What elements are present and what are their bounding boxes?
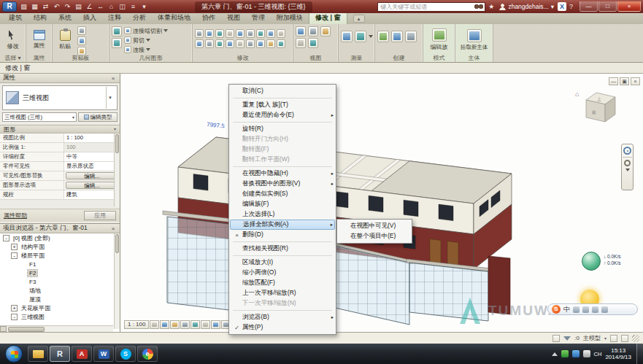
worksharing-icon[interactable]: [552, 335, 560, 342]
context-menu-item[interactable]: 创建类似实例(S): [230, 189, 335, 199]
tab-modify-window[interactable]: 修改 | 窗: [309, 12, 347, 24]
copy-icon[interactable]: [77, 36, 86, 45]
sogou-logo-icon[interactable]: S: [552, 305, 561, 314]
close-button[interactable]: ×: [617, 1, 641, 12]
default-3d-view-icon[interactable]: ⌂: [107, 2, 116, 12]
navbar-caret-icon[interactable]: [625, 169, 630, 171]
scale-icon[interactable]: [236, 39, 245, 48]
rendering-dialog-icon[interactable]: [190, 320, 200, 329]
drawing-area[interactable]: 7997.5 上 前 ⌂ — ▣ × 1 : 100: [120, 74, 643, 332]
view-cube[interactable]: 上 前 ⌂: [575, 90, 615, 122]
panel-label-measure[interactable]: 测量: [339, 54, 374, 62]
tab-addins[interactable]: 附加模块: [271, 12, 309, 24]
browser-vscrollbar[interactable]: [114, 233, 120, 329]
apply-button[interactable]: 应用: [84, 211, 116, 220]
open-icon[interactable]: ▨: [19, 2, 28, 12]
type-selector-caret-icon[interactable]: ▾: [106, 87, 114, 109]
taskbar-explorer-icon[interactable]: [28, 346, 48, 362]
context-menu-item[interactable]: 在视图中隐藏(H) ▸: [230, 169, 335, 179]
pick-new-host-button[interactable]: 拾取新主体: [458, 26, 490, 53]
copy-move-icon[interactable]: [266, 29, 275, 38]
view-close-icon[interactable]: ×: [631, 77, 640, 85]
join-end-cut-button[interactable]: 连接端切割: [124, 26, 168, 35]
sync-icon[interactable]: ⇄: [41, 2, 50, 12]
tab-massing-site[interactable]: 体量和场地: [152, 12, 196, 24]
extend-icon[interactable]: [215, 39, 224, 48]
taskbar-word-icon[interactable]: W: [93, 346, 114, 362]
property-value[interactable]: 中等: [64, 152, 120, 161]
wall-join-icon[interactable]: [112, 26, 122, 36]
view-minimize-icon[interactable]: —: [609, 77, 618, 85]
panel-label-select[interactable]: 选择 ▾: [0, 54, 26, 62]
demolish-icon[interactable]: [296, 38, 306, 48]
detail-level-icon[interactable]: [150, 320, 159, 329]
pin-icon[interactable]: [246, 39, 255, 48]
panel-label-host[interactable]: 主体: [455, 54, 493, 62]
tree-expander-icon[interactable]: +: [11, 305, 18, 311]
hidden-icons-arrow[interactable]: [552, 352, 558, 356]
create-assembly-icon[interactable]: [405, 31, 417, 42]
context-menu-item[interactable]: 翻转工作平面(W): [230, 155, 335, 165]
modify-tool-button[interactable]: 修改: [2, 26, 23, 53]
viewcube-home-icon[interactable]: ⌂: [575, 90, 579, 98]
tree-item[interactable]: F2: [0, 268, 113, 277]
tree-item[interactable]: F1: [0, 260, 113, 268]
qat-customize-icon[interactable]: ▾: [139, 2, 149, 12]
context-menu-item[interactable]: 选择全部实例(A) ▸: [230, 220, 335, 230]
property-value[interactable]: 100: [64, 143, 120, 152]
context-menu-item[interactable]: 最近使用的命令(E) ▸: [230, 110, 335, 120]
save-icon[interactable]: ▦: [30, 2, 39, 12]
tree-expander-icon[interactable]: -: [11, 314, 18, 320]
context-menu-item[interactable]: 重复 [载入 族](T): [230, 100, 335, 110]
create-group-icon[interactable]: [377, 31, 389, 42]
redo-icon[interactable]: ↷: [63, 2, 72, 12]
zoom-tool-icon[interactable]: [624, 160, 631, 166]
mirror-axis-icon[interactable]: [226, 29, 234, 38]
view-scale-button[interactable]: 1 : 100: [124, 320, 149, 329]
tree-item[interactable]: - 三维视图: [0, 312, 113, 321]
edit-family-button[interactable]: 编辑族: [426, 26, 453, 53]
submenu-item[interactable]: 在视图中可见(V): [338, 221, 411, 231]
view-filter-combo[interactable]: 三维视图 (三维) ▾: [2, 112, 77, 122]
design-options-icon[interactable]: [610, 335, 617, 342]
print-icon[interactable]: ▤: [74, 2, 83, 12]
minimize-button[interactable]: —: [580, 1, 598, 12]
edit-type-button[interactable]: 编辑类型: [78, 112, 118, 122]
paint-icon[interactable]: [320, 26, 331, 36]
ime-toolbox-icon[interactable]: [601, 306, 608, 313]
panel-label-clipboard[interactable]: 剪贴板: [53, 54, 109, 62]
signin-user[interactable]: zhangdehais... ▾: [499, 3, 554, 10]
context-menu-item[interactable]: [233, 166, 332, 167]
linework-icon[interactable]: [296, 26, 306, 36]
ime-punctuation-icon[interactable]: [573, 306, 580, 313]
tab-view[interactable]: 视图: [221, 12, 246, 24]
tray-network-icon[interactable]: [572, 350, 580, 357]
browser-hscrollbar[interactable]: [0, 325, 113, 332]
undo-icon[interactable]: ↶: [52, 2, 61, 12]
panel-label-modify[interactable]: 修改: [193, 54, 293, 62]
taskbar-skype-icon[interactable]: S: [115, 346, 136, 362]
context-menu-item[interactable]: 查找相关视图(R): [230, 244, 335, 254]
context-menu-item[interactable]: 取消(C): [230, 86, 335, 96]
array-icon[interactable]: [226, 39, 234, 48]
tree-item[interactable]: + 结构平面: [0, 242, 113, 251]
tab-analyze[interactable]: 分析: [127, 12, 152, 24]
visual-style-icon[interactable]: [160, 320, 169, 329]
sun-path-icon[interactable]: [170, 320, 180, 329]
search-binoculars-icon[interactable]: [473, 3, 485, 11]
property-value[interactable]: 建筑: [64, 190, 120, 199]
panel-label-view[interactable]: 视图: [293, 54, 338, 62]
rotate-icon[interactable]: [277, 29, 285, 38]
tab-systems[interactable]: 系统: [53, 12, 77, 24]
tree-item[interactable]: + 天花板平面: [0, 303, 113, 312]
beam-join-icon[interactable]: [112, 38, 122, 48]
start-button[interactable]: [5, 345, 23, 363]
scrollbar-thumb[interactable]: [115, 234, 119, 253]
scrollbar-thumb[interactable]: [8, 327, 45, 332]
context-menu-item[interactable]: 编辑族(F): [230, 199, 335, 209]
context-menu-item[interactable]: 上一次平移/缩放(R): [230, 288, 335, 298]
section-icon[interactable]: ◫: [118, 2, 127, 12]
application-menu-button[interactable]: R: [2, 1, 17, 12]
tree-item[interactable]: 场地: [0, 286, 113, 295]
language-indicator[interactable]: CH: [594, 351, 602, 357]
